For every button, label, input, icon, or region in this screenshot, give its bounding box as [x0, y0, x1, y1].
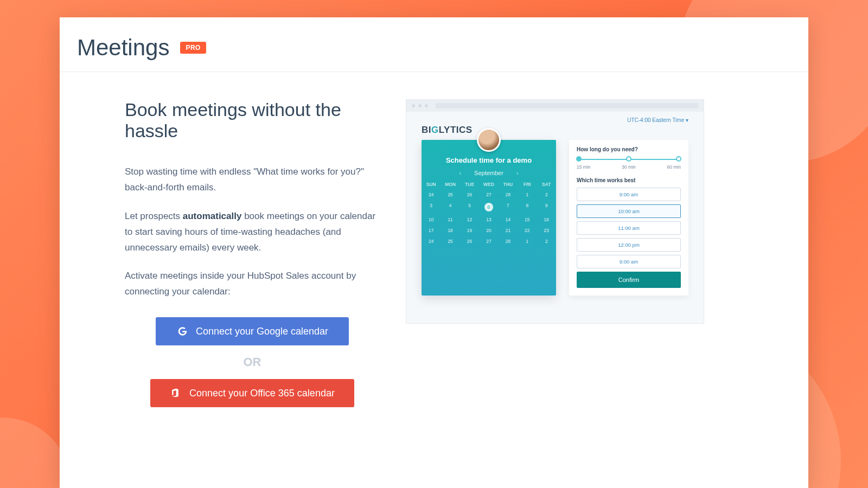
calendar-day-cell[interactable]: 22	[518, 225, 537, 236]
browser-chrome	[406, 100, 704, 112]
calendar-day-cell[interactable]: 26	[460, 189, 479, 200]
host-avatar	[477, 128, 501, 152]
calendar-day-head: WED	[479, 179, 498, 189]
calendar-day-cell[interactable]: 27	[479, 236, 498, 247]
scheduler-preview: UTC-4:00 Eastern Time ▾ BIGLYTICS Schedu…	[406, 99, 704, 324]
calendar-day-cell[interactable]: 26	[460, 236, 479, 247]
calendar-day-cell[interactable]: 10	[422, 214, 441, 225]
calendar-day-cell[interactable]: 23	[537, 225, 556, 236]
brand-logo: BIGLYTICS	[422, 125, 688, 136]
brand-g: G	[431, 125, 439, 135]
connect-google-label: Connect your Google calendar	[196, 326, 328, 337]
calendar-day-cell[interactable]: 3	[422, 200, 441, 214]
calendar-day-cell[interactable]: 13	[479, 214, 498, 225]
calendar-day-head: MON	[441, 179, 459, 189]
month-label: September	[474, 170, 503, 176]
time-slots: 9:00 am10:00 am11:00 am12:00 pm9:00 am	[577, 188, 681, 268]
slider-stop-15[interactable]	[576, 156, 582, 162]
prev-month-button[interactable]: ‹	[459, 170, 461, 176]
page-header: Meetings PRO	[60, 35, 808, 72]
calendar-day-head: TUE	[460, 179, 479, 189]
browser-dot	[418, 104, 422, 107]
hero-para-3: Activate meetings inside your HubSpot Sa…	[125, 268, 380, 300]
content-row: Book meetings without the hassle Stop wa…	[60, 72, 808, 407]
google-icon	[176, 325, 188, 337]
hero-para-2-strong: automatically	[183, 211, 242, 221]
calendar-day-cell[interactable]: 2	[537, 236, 556, 247]
calendar-day-cell[interactable]: 11	[441, 214, 459, 225]
calendar-day-head: SUN	[422, 179, 441, 189]
connect-o365-button[interactable]: Connect your Office 365 calendar	[150, 379, 354, 407]
calendar-day-cell[interactable]: 27	[479, 189, 498, 200]
time-picker: How long do you need? 15 min 30 min 60 m…	[569, 140, 688, 296]
calendar-day-cell[interactable]: 14	[499, 214, 518, 225]
browser-dot	[425, 104, 428, 107]
duration-slider[interactable]	[579, 158, 679, 161]
calendar-day-head: THU	[499, 179, 518, 189]
connect-actions: Connect your Google calendar OR Connect …	[125, 317, 380, 407]
office-icon	[170, 387, 182, 399]
calendar-day-cell[interactable]: 28	[499, 189, 518, 200]
slider-stop-30[interactable]	[626, 156, 631, 162]
time-slot[interactable]: 11:00 am	[577, 221, 681, 235]
pro-badge: PRO	[180, 42, 206, 54]
time-slot[interactable]: 10:00 am	[577, 204, 681, 218]
calendar-title: Schedule time for a demo	[422, 156, 556, 164]
calendar-day-cell[interactable]: 2	[537, 189, 556, 200]
time-slot[interactable]: 9:00 am	[577, 188, 681, 201]
calendar-day-cell[interactable]: 28	[499, 236, 518, 247]
calendar-day-cell[interactable]: 12	[460, 214, 479, 225]
time-label: Which time works best	[577, 177, 681, 183]
hero-para-2: Let prospects automatically book meeting…	[125, 209, 380, 256]
calendar-day-cell[interactable]: 8	[518, 200, 537, 214]
calendar-day-cell[interactable]: 1	[518, 236, 537, 247]
time-slot[interactable]: 12:00 pm	[577, 238, 681, 252]
calendar-day-cell[interactable]: 16	[537, 214, 556, 225]
duration-15: 15 min	[577, 164, 591, 170]
brand-post: LYTICS	[439, 125, 473, 135]
calendar-grid: SUNMONTUEWEDTHUFRISAT2425262728123456789…	[422, 179, 556, 247]
brand-pre: BI	[422, 125, 431, 135]
browser-url-bar	[436, 103, 698, 108]
calendar-day-cell[interactable]: 25	[441, 189, 459, 200]
calendar-day-cell[interactable]: 4	[441, 200, 459, 214]
page-title: Meetings	[77, 35, 169, 61]
calendar-day-cell[interactable]: 9	[537, 200, 556, 214]
connect-google-button[interactable]: Connect your Google calendar	[156, 317, 349, 345]
hero-title: Book meetings without the hassle	[125, 99, 380, 142]
hero-copy: Book meetings without the hassle Stop wa…	[125, 99, 380, 407]
browser-dot	[412, 104, 415, 107]
meetings-card: Meetings PRO Book meetings without the h…	[60, 17, 808, 488]
confirm-button[interactable]: Confirm	[577, 272, 681, 288]
calendar-day-head: FRI	[518, 179, 537, 189]
time-slot[interactable]: 9:00 am	[577, 255, 681, 268]
connect-o365-label: Connect your Office 365 calendar	[189, 388, 335, 399]
duration-30: 30 min	[622, 164, 636, 170]
hero-para-2-pre: Let prospects	[125, 211, 183, 221]
duration-60: 60 min	[667, 164, 681, 170]
calendar-day-cell[interactable]: 24	[422, 189, 441, 200]
hero-para-1: Stop wasting time with endless "What tim…	[125, 164, 380, 196]
calendar-day-head: SAT	[537, 179, 556, 189]
duration-label: How long do you need?	[577, 146, 681, 152]
calendar-day-cell[interactable]: 21	[499, 225, 518, 236]
calendar-day-cell[interactable]: 19	[460, 225, 479, 236]
calendar-day-cell[interactable]: 18	[441, 225, 459, 236]
calendar-day-cell[interactable]: 6	[479, 200, 498, 214]
timezone-selector[interactable]: UTC-4:00 Eastern Time ▾	[627, 117, 688, 123]
calendar-day-cell[interactable]: 5	[460, 200, 479, 214]
calendar-day-cell[interactable]: 25	[441, 236, 459, 247]
next-month-button[interactable]: ›	[516, 170, 519, 176]
calendar-day-cell[interactable]: 7	[499, 200, 518, 214]
calendar-day-cell[interactable]: 24	[422, 236, 441, 247]
or-separator: OR	[244, 355, 261, 369]
calendar-day-cell[interactable]: 17	[422, 225, 441, 236]
calendar-card: Schedule time for a demo ‹ September › S…	[422, 140, 556, 296]
calendar-day-cell[interactable]: 15	[518, 214, 537, 225]
slider-stop-60[interactable]	[676, 156, 681, 162]
calendar-day-cell[interactable]: 1	[518, 189, 537, 200]
calendar-day-cell[interactable]: 20	[479, 225, 498, 236]
